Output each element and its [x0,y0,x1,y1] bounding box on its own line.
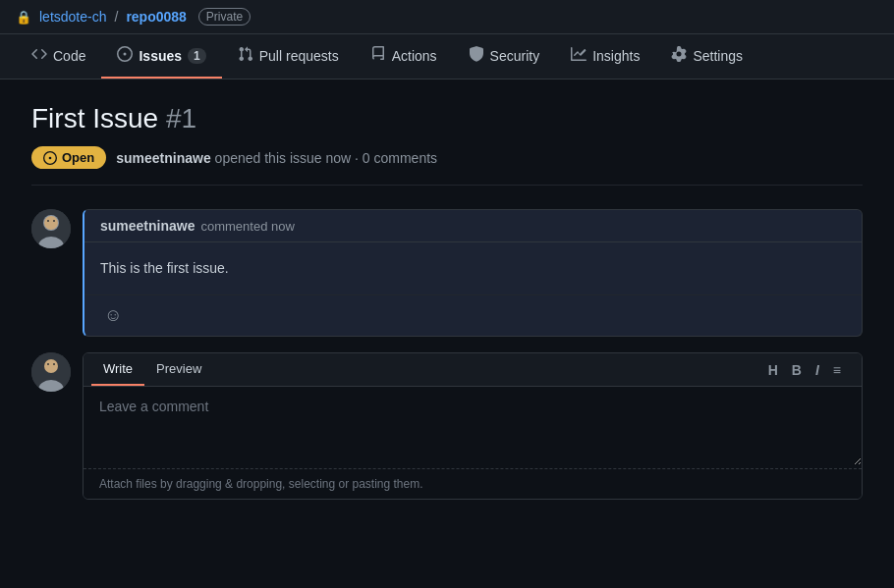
repo-name[interactable]: repo0088 [126,9,186,25]
comment-footer: ☺ [84,294,862,336]
reply-tabs: Write Preview H B I ≡ [84,353,862,387]
heading-button[interactable]: H [763,360,783,380]
svg-point-8 [47,363,49,365]
tab-code-label: Code [53,48,85,64]
issue-opened-text: opened this issue now · 0 comments [215,150,437,166]
tab-security-label: Security [490,48,540,64]
comments-area: sumeetninawe commented now This is the f… [31,209,863,515]
bold-button[interactable]: B [787,360,807,380]
comment-time: commented now [200,219,294,234]
list-button[interactable]: ≡ [828,360,846,380]
repo-owner[interactable]: letsdote-ch [39,9,106,25]
preview-tab[interactable]: Preview [144,353,213,386]
actions-icon [370,46,386,65]
avatar [31,209,71,248]
reply-avatar [31,352,71,392]
comment-author[interactable]: sumeetninawe [100,218,195,234]
tab-insights-label: Insights [592,48,640,64]
pull-requests-icon [238,46,253,65]
tab-settings[interactable]: Settings [655,34,758,79]
code-icon [31,46,47,65]
reply-row: Write Preview H B I ≡ Attach files by dr… [31,352,863,500]
comment-text: This is the first issue. [100,258,846,279]
tab-pull-requests[interactable]: Pull requests [222,34,355,79]
comment-header: sumeetninawe commented now [84,210,862,242]
tab-code[interactable]: Code [16,34,101,79]
issue-title: First Issue #1 [31,103,863,134]
tab-pull-requests-label: Pull requests [259,48,339,64]
svg-point-7 [44,359,58,373]
lock-icon: 🔒 [16,10,31,25]
comment-row: sumeetninawe commented now This is the f… [31,209,863,337]
italic-button[interactable]: I [810,360,824,380]
comment-body: This is the first issue. [84,242,862,294]
tab-security[interactable]: Security [453,34,556,79]
reply-toolbar: H B I ≡ [755,356,854,384]
attach-hint: Attach files by dragging & dropping, sel… [84,468,862,499]
tab-settings-label: Settings [693,48,743,64]
svg-point-4 [47,220,49,222]
emoji-button[interactable]: ☺ [100,303,126,328]
comment-input[interactable] [84,387,862,465]
issues-badge: 1 [188,48,206,64]
issue-meta-text: sumeetninawe opened this issue now · 0 c… [116,150,437,166]
svg-point-3 [44,216,58,230]
comment-box: sumeetninawe commented now This is the f… [83,209,863,337]
settings-icon [671,46,687,65]
insights-icon [571,46,587,65]
issue-meta: Open sumeetninawe opened this issue now … [31,146,863,186]
repo-nav: Code Issues 1 Pull requests Actions Secu… [0,34,894,80]
open-badge-label: Open [62,150,94,165]
tab-issues-label: Issues [139,48,182,64]
repo-separator: / [114,9,118,25]
top-bar: 🔒 letsdote-ch / repo0088 Private [0,0,894,34]
write-tab[interactable]: Write [91,353,144,386]
private-badge: Private [198,8,251,26]
security-icon [469,46,484,65]
tab-actions[interactable]: Actions [355,34,453,79]
tab-insights[interactable]: Insights [555,34,655,79]
issues-icon [117,46,133,65]
issue-author[interactable]: sumeetninawe [116,150,210,166]
svg-point-5 [53,220,55,222]
reply-box: Write Preview H B I ≡ Attach files by dr… [83,352,863,500]
tab-issues[interactable]: Issues 1 [101,34,221,79]
issue-title-text: First Issue [31,103,158,134]
main-content: First Issue #1 Open sumeetninawe opened … [0,80,894,539]
issue-number: #1 [166,103,196,134]
svg-point-9 [53,363,55,365]
open-badge: Open [31,146,106,169]
tab-actions-label: Actions [392,48,437,64]
reply-tabs-left: Write Preview [91,353,213,386]
